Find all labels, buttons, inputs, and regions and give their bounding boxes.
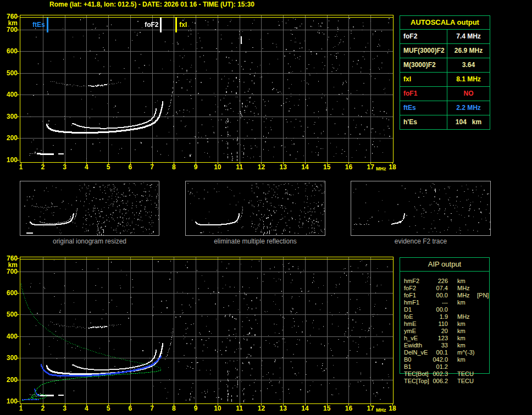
autoscala-row-label: M(3000)F2 [400, 58, 447, 72]
autoscala-row-value: 7.4 MHz [447, 30, 490, 43]
top-x-tickmark [108, 163, 109, 164]
top-x-tick-12: 12 [254, 164, 268, 171]
marker-label-fxI: fxI [179, 21, 187, 28]
aip-row-value: 33 [431, 342, 448, 349]
top-x-tickmark [152, 163, 153, 164]
bottom-x-tick-6: 6 [123, 405, 137, 412]
thumbnail-caption-3: evidence F2 trace [351, 237, 491, 245]
top-x-tick-6: 6 [123, 164, 137, 171]
top-x-tick-11: 11 [232, 164, 247, 171]
autoscala-table-header: AUTOSCALA output [400, 16, 490, 30]
aip-row-D1: D100.0 [404, 306, 486, 313]
aip-row-label: ymE [404, 328, 431, 335]
bottom-x-tick-13: 13 [276, 405, 290, 412]
top-ionogram-plot [20, 15, 394, 163]
bottom-x-tick-5: 5 [101, 405, 115, 412]
top-y-unit: km [0, 20, 18, 27]
aip-row-h_vE: h_vE123km [404, 335, 486, 342]
thumbnail-original-ionogram [20, 181, 159, 236]
aip-row-label: TEC[Top] [404, 378, 431, 385]
aip-row-value: 20 [431, 328, 448, 335]
aip-row-unit: TECU [457, 378, 476, 385]
top-x-tickmark [370, 163, 371, 164]
autoscala-row-value: 26.9 MHz [447, 44, 490, 58]
aip-row-foF1: foF100.0MHz[PN] [404, 292, 486, 299]
autoscala-row-label: fxI [400, 73, 447, 86]
top-y-tickmark [17, 16, 19, 17]
top-y-tickmark [17, 30, 19, 30]
bottom-x-tick-10: 10 [210, 405, 225, 412]
aip-row-unit: km [457, 335, 476, 342]
bottom-y-tick-700: 700 [0, 268, 18, 275]
bottom-x-tickmark [152, 404, 153, 406]
top-x-tick-4: 4 [79, 164, 93, 171]
aip-row-value: 042.0 [431, 356, 448, 363]
autoscala-window: Rome (lat: +41.8, lon: 012.5) - DATE: 20… [0, 0, 532, 415]
autoscala-row-label: h'Es [400, 115, 447, 129]
top-y-tick-400: 400 [0, 91, 18, 98]
bottom-x-tickmark [21, 404, 21, 406]
aip-row-value: 00.0 [431, 292, 448, 299]
bottom-x-tick-2: 2 [36, 405, 50, 412]
autoscala-row-label: ftEs [400, 101, 447, 115]
top-y-tick-100: 100 [0, 157, 18, 164]
bottom-x-tickmark [392, 404, 393, 406]
bottom-y-tickmark [17, 401, 19, 402]
bottom-x-tick-7: 7 [145, 405, 159, 412]
top-x-tick-9: 9 [189, 164, 203, 171]
bottom-y-unit: km [0, 262, 18, 269]
top-x-unit: MHz [376, 166, 386, 171]
top-x-tickmark [218, 163, 218, 164]
bottom-x-tickmark [240, 404, 240, 406]
aip-row-label: D1 [404, 306, 431, 313]
top-x-tick-14: 14 [298, 164, 312, 171]
top-x-tickmark [305, 163, 306, 164]
top-y-tickmark [17, 95, 19, 95]
aip-row-Ewidth: Ewidth33km [404, 342, 486, 349]
aip-table: AIP output hmF2226kmfoF207.4MHzfoF100.0M… [400, 257, 490, 389]
bottom-x-tickmark [196, 404, 196, 406]
bottom-x-tickmark [43, 404, 43, 406]
aip-row-value: 002.3 [431, 370, 448, 378]
autoscala-row-value: NO [447, 87, 490, 101]
bottom-x-tickmark [65, 404, 65, 406]
aip-row-value: 00.0 [431, 306, 448, 313]
bottom-y-tickmark [17, 336, 19, 337]
aip-row-unit: km [457, 299, 476, 306]
aip-row-unit: m^(-3) [457, 349, 476, 356]
bottom-x-tick-16: 16 [341, 405, 356, 412]
bottom-x-tickmark [283, 404, 284, 406]
top-x-tickmark [43, 163, 43, 164]
autoscala-row-foF2: foF27.4 MHz [400, 30, 490, 44]
aip-row-B0: B0042.0km [404, 356, 486, 363]
aip-row-label: foE [404, 313, 431, 320]
bottom-x-tick-12: 12 [254, 405, 268, 412]
aip-row-value: 226 [431, 278, 448, 285]
top-x-tickmark [65, 163, 65, 164]
bottom-x-tick-1: 1 [14, 405, 28, 412]
thumbnail-evidence-f2-trace [351, 181, 491, 236]
aip-row-TEC[Bot]: TEC[Bot]002.3TECU [404, 370, 486, 378]
bottom-y-tickmark [17, 380, 19, 380]
bottom-x-tick-14: 14 [298, 405, 312, 412]
bottom-x-tickmark [86, 404, 87, 406]
autoscala-row-value: 104 km [447, 115, 490, 129]
top-x-tick-13: 13 [276, 164, 290, 171]
top-x-tick-16: 16 [341, 164, 356, 171]
aip-row-label: DelN_vE [404, 349, 431, 356]
aip-row-value: 1.9 [431, 313, 448, 320]
aip-row-value: 110 [431, 320, 448, 328]
aip-row-B1: B101.2 [404, 363, 486, 370]
top-y-tick-600: 600 [0, 48, 18, 55]
autoscala-row-value: 2.2 MHz [447, 101, 490, 115]
marker-label-foF2: foF2 [135, 21, 158, 28]
bottom-x-tickmark [327, 404, 328, 406]
bottom-x-tick-11: 11 [232, 405, 247, 412]
aip-row-foF2: foF207.4MHz [404, 285, 486, 292]
aip-row-DelN_vE: DelN_vE00.1m^(-3) [404, 349, 486, 356]
bottom-x-tick-9: 9 [189, 405, 203, 412]
top-x-tickmark [283, 163, 284, 164]
autoscala-row-h'Es: h'Es104 km [400, 115, 490, 129]
top-x-tick-5: 5 [101, 164, 115, 171]
aip-row-label: foF2 [404, 285, 431, 292]
